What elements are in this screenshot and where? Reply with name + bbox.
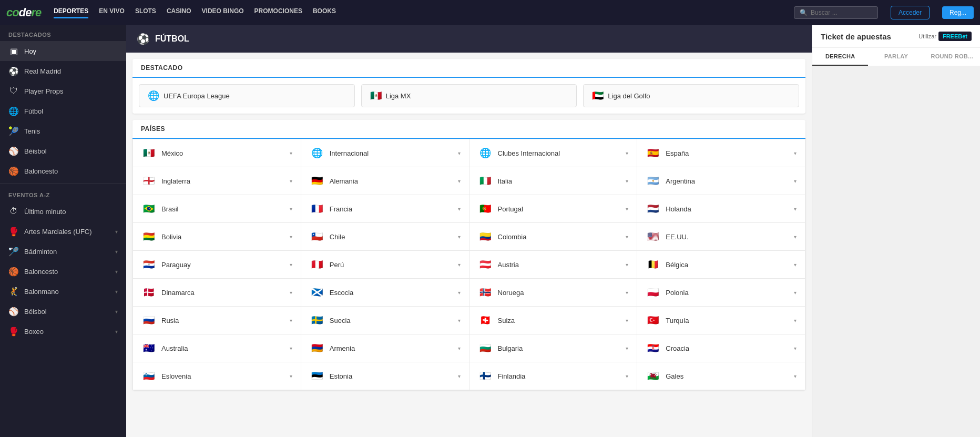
top-navigation: codere DEPORTES EN VIVO SLOTS CASINO VID… xyxy=(0,0,980,25)
country-flag-armenia: 🇦🇲 xyxy=(310,341,324,355)
country-item-suecia[interactable]: 🇸🇪 Suecia ▾ xyxy=(301,307,469,334)
registrar-button[interactable]: Reg... xyxy=(942,6,974,19)
country-name-dinamarca: Dinamarca xyxy=(161,289,284,297)
tab-round-rob[interactable]: ROUND ROB... xyxy=(924,48,980,66)
sidebar-item-artes-marciales[interactable]: 🥊 Artes Marciales (UFC) ▾ xyxy=(0,221,126,241)
sidebar-item-beisbol2[interactable]: ⚾ Béisbol ▾ xyxy=(0,301,126,321)
badminton-icon: 🏸 xyxy=(8,246,19,257)
country-item-estonia[interactable]: 🇪🇪 Estonia ▾ xyxy=(301,362,469,390)
country-item-gales[interactable]: 🏴󠁧󠁢󠁷󠁬󠁳󠁿 Gales ▾ xyxy=(637,362,805,390)
country-item-francia[interactable]: 🇫🇷 Francia ▾ xyxy=(301,195,469,223)
sidebar-item-boxeo[interactable]: 🥊 Boxeo ▾ xyxy=(0,321,126,341)
sidebar-item-ultimo-minuto[interactable]: ⏱ Último minuto xyxy=(0,201,126,221)
country-item-polonia[interactable]: 🇵🇱 Polonia ▾ xyxy=(637,279,805,307)
country-name-turquia: Turquía xyxy=(666,317,789,324)
league-grid: 🌐 UEFA Europa League 🇲🇽 Liga MX 🇦🇪 Liga … xyxy=(132,78,805,114)
country-name-italia: Italia xyxy=(498,177,621,185)
league-item-liga-golfo[interactable]: 🇦🇪 Liga del Golfo xyxy=(583,84,799,107)
sidebar-item-hoy[interactable]: ▣ Hoy xyxy=(0,41,126,61)
sidebar-item-label: Béisbol xyxy=(24,147,118,155)
tab-derecha[interactable]: DERECHA xyxy=(812,48,868,66)
sidebar-section-destacados: DESTACADOS xyxy=(0,25,126,41)
country-item-portugal[interactable]: 🇵🇹 Portugal ▾ xyxy=(469,195,638,223)
nav-deportes[interactable]: DEPORTES xyxy=(54,7,88,18)
country-item-colombia[interactable]: 🇨🇴 Colombia ▾ xyxy=(469,223,638,251)
tab-parlay[interactable]: PARLAY xyxy=(868,48,924,66)
country-name-colombia: Colombia xyxy=(498,233,621,241)
destacado-header: DESTACADO xyxy=(132,59,805,78)
sidebar-item-futbol[interactable]: 🌐 Fútbol xyxy=(0,101,126,121)
country-item-chile[interactable]: 🇨🇱 Chile ▾ xyxy=(301,223,469,251)
country-item-argentina[interactable]: 🇦🇷 Argentina ▾ xyxy=(637,167,805,195)
country-item-armenia[interactable]: 🇦🇲 Armenia ▾ xyxy=(301,334,469,362)
country-item-austria[interactable]: 🇦🇹 Austria ▾ xyxy=(469,251,638,279)
country-item-clubes_internacional[interactable]: 🌐 Clubes Internacional ▾ xyxy=(469,139,638,167)
sidebar-item-baloncesto2[interactable]: 🏀 Baloncesto ▾ xyxy=(0,261,126,281)
country-item-suiza[interactable]: 🇨🇭 Suiza ▾ xyxy=(469,307,638,334)
sidebar-item-player-props[interactable]: 🛡 Player Props xyxy=(0,81,126,101)
country-item-paraguay[interactable]: 🇵🇾 Paraguay ▾ xyxy=(133,251,301,279)
nav-slots[interactable]: SLOTS xyxy=(135,7,156,18)
sidebar-item-tenis[interactable]: 🎾 Tenis xyxy=(0,121,126,141)
country-flag-croacia: 🇭🇷 xyxy=(646,341,660,355)
nav-en-vivo[interactable]: EN VIVO xyxy=(99,7,125,18)
search-input[interactable] xyxy=(811,9,874,16)
sidebar-item-label: Boxeo xyxy=(24,328,110,336)
country-name-noruega: Noruega xyxy=(498,289,621,297)
liga-mx-icon: 🇲🇽 xyxy=(370,90,382,101)
country-item-espana[interactable]: 🇪🇸 España ▾ xyxy=(637,139,805,167)
sidebar-item-beisbol[interactable]: ⚾ Béisbol xyxy=(0,141,126,161)
country-item-holanda[interactable]: 🇳🇱 Holanda ▾ xyxy=(637,195,805,223)
nav-promociones[interactable]: PROMOCIONES xyxy=(254,7,302,18)
sidebar-item-baloncesto[interactable]: 🏀 Baloncesto xyxy=(0,161,126,181)
country-item-finlandia[interactable]: 🇫🇮 Finlandia ▾ xyxy=(469,362,638,390)
country-flag-inglaterra: 🏴󠁧󠁢󠁥󠁮󠁧󠁿 xyxy=(141,174,156,188)
league-item-europa[interactable]: 🌐 UEFA Europa League xyxy=(139,84,355,107)
country-name-mexico: México xyxy=(161,149,284,157)
country-item-belgica[interactable]: 🇧🇪 Bélgica ▾ xyxy=(637,251,805,279)
chevron-down-icon: ▾ xyxy=(458,206,461,212)
country-item-eslovenia[interactable]: 🇸🇮 Eslovenia ▾ xyxy=(133,362,301,390)
country-item-internacional[interactable]: 🌐 Internacional ▾ xyxy=(301,139,469,167)
country-item-bolivia[interactable]: 🇧🇴 Bolivia ▾ xyxy=(133,223,301,251)
country-name-australia: Australia xyxy=(161,344,284,352)
chevron-down-icon: ▾ xyxy=(794,345,797,351)
country-item-alemania[interactable]: 🇩🇪 Alemania ▾ xyxy=(301,167,469,195)
country-item-bulgaria[interactable]: 🇧🇬 Bulgaria ▾ xyxy=(469,334,638,362)
country-item-brasil[interactable]: 🇧🇷 Brasil ▾ xyxy=(133,195,301,223)
country-item-rusia[interactable]: 🇷🇺 Rusia ▾ xyxy=(133,307,301,334)
chevron-down-icon: ▾ xyxy=(794,234,797,240)
europa-league-icon: 🌐 xyxy=(148,90,159,101)
country-item-peru[interactable]: 🇵🇪 Perú ▾ xyxy=(301,251,469,279)
content-area: ⚽ FÚTBOL DESTACADO 🌐 UEFA Europa League … xyxy=(126,25,812,437)
freebet-badge: FREEBet xyxy=(938,32,972,41)
sidebar-item-badminton[interactable]: 🏸 Bádminton ▾ xyxy=(0,241,126,261)
ticket-header: Ticket de apuestas Utilizar FREEBet xyxy=(812,25,980,48)
country-item-inglaterra[interactable]: 🏴󠁧󠁢󠁥󠁮󠁧󠁿 Inglaterra ▾ xyxy=(133,167,301,195)
country-item-dinamarca[interactable]: 🇩🇰 Dinamarca ▾ xyxy=(133,279,301,307)
country-item-noruega[interactable]: 🇳🇴 Noruega ▾ xyxy=(469,279,638,307)
chevron-down-icon: ▾ xyxy=(458,345,461,351)
nav-books[interactable]: BOOKS xyxy=(313,7,336,18)
sidebar-divider xyxy=(0,183,126,184)
ticket-tabs: DERECHA PARLAY ROUND ROB... xyxy=(812,48,980,66)
nav-video-bingo[interactable]: VIDEO BINGO xyxy=(202,7,244,18)
country-item-australia[interactable]: 🇦🇺 Australia ▾ xyxy=(133,334,301,362)
search-box[interactable]: 🔍 xyxy=(794,6,878,19)
acceder-button[interactable]: Acceder xyxy=(891,6,930,19)
nav-casino[interactable]: CASINO xyxy=(167,7,191,18)
ultimo-minuto-icon: ⏱ xyxy=(8,206,19,217)
league-item-liga-mx[interactable]: 🇲🇽 Liga MX xyxy=(361,84,577,107)
futbol-title: FÚTBOL xyxy=(155,34,189,44)
country-item-italia[interactable]: 🇮🇹 Italia ▾ xyxy=(469,167,638,195)
country-item-mexico[interactable]: 🇲🇽 México ▾ xyxy=(133,139,301,167)
country-item-eeuu[interactable]: 🇺🇸 EE.UU. ▾ xyxy=(637,223,805,251)
country-item-turquia[interactable]: 🇹🇷 Turquía ▾ xyxy=(637,307,805,334)
freebet-section: Utilizar FREEBet xyxy=(918,32,972,41)
sidebar-item-balonmano[interactable]: 🤾 Balonmano ▾ xyxy=(0,281,126,301)
country-item-croacia[interactable]: 🇭🇷 Croacia ▾ xyxy=(637,334,805,362)
country-flag-internacional: 🌐 xyxy=(310,146,324,160)
country-item-escocia[interactable]: 🏴󠁧󠁢󠁳󠁣󠁴󠁿 Escocia ▾ xyxy=(301,279,469,307)
country-name-eeuu: EE.UU. xyxy=(666,233,789,241)
sidebar-item-real-madrid[interactable]: ⚽ Real Madrid xyxy=(0,61,126,81)
